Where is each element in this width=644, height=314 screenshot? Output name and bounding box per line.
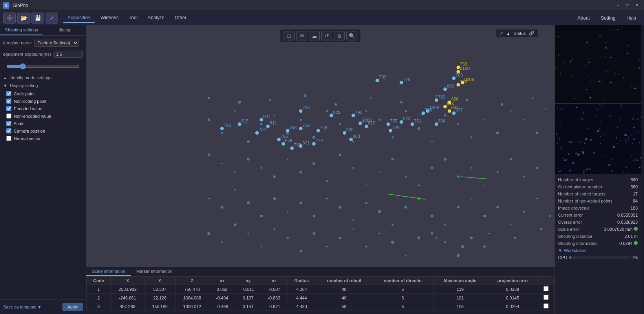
svg-point-138: [329, 114, 333, 117]
vt-rotate[interactable]: ↺: [321, 31, 332, 40]
viewport-area: □ ✉ ☁ ↺ ⊗ 🔍 ⤢ ▲ Status 🔗: [86, 25, 554, 314]
stat-value-5: 0.0555051: [617, 213, 638, 217]
checkbox-row-3: Non-encoded value: [3, 113, 83, 119]
checkbox-non-coding-point[interactable]: [6, 99, 11, 104]
menu-help[interactable]: Help: [622, 14, 641, 22]
stat-label-5: Current error: [558, 213, 583, 217]
svg-point-94: [417, 236, 420, 239]
checkbox-encoded-value[interactable]: [6, 106, 11, 111]
svg-point-88: [339, 237, 341, 239]
svg-point-154: [359, 122, 362, 125]
vt-cloud[interactable]: ☁: [309, 31, 320, 40]
template-name-select[interactable]: Factory Settings(: [34, 39, 79, 47]
svg-point-26: [208, 153, 210, 156]
viewport[interactable]: □ ✉ ☁ ↺ ⊗ 🔍 ⤢ ▲ Status 🔗: [86, 25, 554, 267]
maximize-button[interactable]: □: [624, 2, 631, 9]
apply-button[interactable]: Apply: [62, 303, 83, 311]
vt-rect-select[interactable]: □: [284, 31, 295, 40]
checkbox-normal-vector[interactable]: [6, 136, 11, 141]
svg-point-48: [497, 171, 499, 173]
svg-point-77: [536, 198, 538, 199]
svg-point-194: [461, 81, 465, 84]
svg-point-144: [290, 146, 294, 150]
identify-mode-label: Identify mode settings: [9, 75, 51, 80]
right-stats: Number of images380Current picture numbe…: [555, 174, 641, 314]
menu-tool[interactable]: Tool: [124, 13, 142, 23]
svg-point-62: [338, 206, 341, 208]
exposure-slider[interactable]: [6, 63, 80, 69]
svg-point-117: [435, 237, 437, 239]
svg-point-198: [375, 78, 379, 82]
exposure-slider-row: [3, 62, 83, 72]
svg-point-99: [483, 245, 486, 248]
svg-point-115: [488, 233, 490, 234]
svg-point-190: [456, 70, 460, 73]
svg-text:691: 691: [302, 141, 310, 145]
menu-setting[interactable]: Setting: [596, 14, 620, 22]
app-icon: G: [3, 2, 9, 9]
checkbox-scale[interactable]: [6, 121, 11, 126]
vt-pan[interactable]: ⊗: [334, 31, 345, 40]
svg-point-111: [545, 108, 546, 110]
menu-about[interactable]: About: [573, 14, 595, 22]
open-button[interactable]: 📂: [17, 13, 30, 24]
stat-label-4: Image grayscale: [558, 206, 590, 210]
row-check-0[interactable]: [543, 286, 549, 291]
exposure-input[interactable]: [53, 51, 83, 58]
row-check-1[interactable]: [543, 295, 549, 300]
svg-point-76: [523, 210, 525, 212]
svg-point-16: [417, 127, 420, 130]
right-edge: [641, 25, 644, 314]
stat-row-8: Shooting distance2.01 m: [558, 234, 638, 239]
save-template-button[interactable]: Save as template ▼: [3, 305, 42, 309]
menu-wireless[interactable]: Wireless: [96, 13, 123, 23]
menu-analyze[interactable]: Analyze: [143, 13, 169, 23]
tab-dialog[interactable]: dialog: [43, 25, 86, 35]
svg-point-73: [483, 215, 486, 217]
toolbar-buttons: ➕ 📂 💾 ↗: [3, 13, 58, 24]
svg-point-50: [523, 176, 525, 177]
svg-point-8: [312, 136, 315, 139]
menu-acquisition[interactable]: Acquisition: [63, 13, 95, 23]
svg-point-42: [418, 184, 419, 186]
tab-shooting-settings[interactable]: Shooting settings: [0, 25, 43, 35]
stat-value-0: 380: [631, 177, 638, 182]
svg-point-140: [277, 138, 281, 141]
col-header-check: [538, 277, 554, 285]
export-button[interactable]: ↗: [46, 13, 58, 24]
display-setting-section[interactable]: ▼ Display setting: [3, 83, 83, 88]
svg-point-70: [444, 224, 446, 226]
svg-point-128: [255, 131, 259, 135]
new-button[interactable]: ➕: [3, 13, 16, 24]
save-button[interactable]: 💾: [31, 13, 44, 24]
exposure-label: equipment exposure(ms): [3, 52, 51, 57]
svg-point-20: [470, 136, 472, 138]
svg-point-92: [391, 241, 394, 244]
svg-text:820: 820: [346, 127, 354, 132]
display-setting-label: Display setting: [10, 83, 38, 88]
svg-text:673: 673: [403, 116, 411, 121]
menu-other[interactable]: Other: [170, 13, 191, 23]
vt-polygon[interactable]: ✉: [296, 31, 307, 40]
svg-line-119: [460, 177, 487, 179]
row-check-2[interactable]: [543, 303, 549, 309]
checkbox-camera-position[interactable]: [6, 128, 11, 133]
vt-zoom[interactable]: 🔍: [346, 31, 357, 40]
identify-mode-section[interactable]: ▲ Identify mode settings: [3, 75, 83, 80]
col-header-8: number of rebuil: [316, 277, 372, 285]
right-panel: Number of images380Current picture numbe…: [554, 25, 641, 314]
col-header-5: ny: [235, 277, 261, 285]
cell-1-8: 46: [316, 294, 372, 302]
cell-check-2: [538, 302, 554, 311]
minimize-button[interactable]: −: [614, 2, 622, 9]
checkbox-non-encoded-value[interactable]: [6, 113, 11, 119]
stat-value-9: 0.0294: [619, 241, 638, 246]
tab-scale-info[interactable]: Scale information: [86, 267, 131, 276]
close-button[interactable]: ✕: [633, 2, 641, 9]
checkbox-code-point[interactable]: [6, 91, 11, 96]
stat-label-6: Overall error: [558, 220, 582, 225]
svg-point-170: [426, 109, 429, 113]
stat-dot-9: [634, 241, 638, 245]
svg-point-34: [313, 162, 315, 165]
tab-marker-info[interactable]: Marker information: [131, 267, 178, 276]
